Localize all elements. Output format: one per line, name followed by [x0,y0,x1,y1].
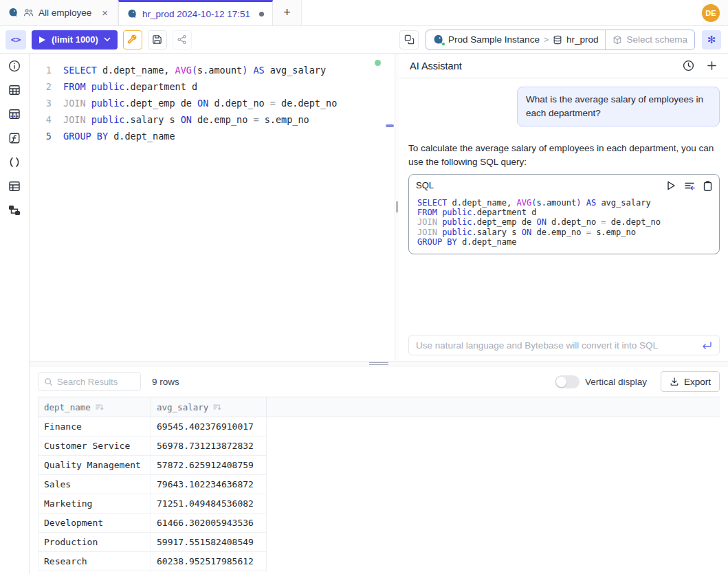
table-cell[interactable]: 69545.402376910017 [151,417,267,437]
connection-instance-database[interactable]: Prod Sample Instance > hr_prod [426,30,605,49]
table-cell[interactable]: Research [38,552,151,571]
format-sql-button[interactable] [123,30,142,49]
database-icon [553,35,562,45]
table-cell[interactable]: Finance [38,417,151,437]
editor-scrollbar-thumb[interactable] [386,124,394,127]
ai-prompt-inputrow [408,335,720,355]
download-icon [670,377,679,386]
vertical-display-label: Vertical display [585,377,647,387]
line-number: 3 [30,95,52,111]
breadcrumb-separator: > [544,35,549,45]
table-cell[interactable]: Quality Management [38,456,151,475]
table-cell[interactable]: 60238.952517985612 [151,552,267,571]
table-cell[interactable]: 79643.102234636872 [151,475,267,494]
tab-all-employee[interactable]: All employee × [0,0,118,25]
schema-table-icon[interactable] [5,179,23,194]
table-row[interactable]: Marketing71251.049484536082 [38,494,720,514]
table-row[interactable]: Production59917.551582408549 [38,533,720,552]
run-query-button[interactable]: (limit 1000) [32,30,118,49]
line-number: 4 [30,111,52,128]
tab-label: All employee [38,8,91,18]
code-line: 2FROM public.department d [30,78,395,95]
table-cell[interactable]: Production [38,533,151,552]
export-button[interactable]: Export [661,371,720,392]
table-row[interactable]: Development61466.302005943536 [38,514,720,533]
table-row[interactable]: Sales79643.102234636872 [38,475,720,494]
save-sheet-button[interactable] [148,30,167,49]
parentheses-icon[interactable] [5,155,23,170]
postgres-icon [127,9,137,19]
info-icon[interactable] [5,58,23,74]
sql-editor-app: All employee × hr_prod 2024-10-12 17:51 … [0,0,728,574]
insert-into-editor-icon[interactable] [684,181,695,190]
functions-icon[interactable] [5,131,23,146]
table-row[interactable]: Research60238.952517985612 [38,552,720,571]
sort-icon[interactable] [212,403,221,412]
database-name: hr_prod [566,34,599,45]
worksheet-tab-bar: All employee × hr_prod 2024-10-12 17:51 … [0,0,728,26]
close-icon[interactable]: × [100,7,109,19]
tab-hr-prod[interactable]: hr_prod 2024-10-12 17:51 [118,0,273,25]
column-header-filler [267,397,720,417]
line-number: 2 [30,78,52,95]
shared-sheet-icon [23,8,34,18]
new-chat-plus-icon[interactable] [707,60,717,71]
export-label: Export [684,377,711,387]
ai-prompt-input[interactable] [416,340,702,351]
table-row[interactable]: Quality Management57872.625912408759 [38,456,720,475]
schema-diagram-icon[interactable] [5,203,23,218]
horizontal-splitter[interactable] [30,361,728,366]
table-row[interactable]: Customer Service56978.731213872832 [38,437,720,456]
table-cell[interactable]: Customer Service [38,437,151,456]
schema-selector[interactable]: Select schema [605,30,694,49]
code-panel-toggle-button[interactable]: <> [5,30,26,49]
run-code-icon[interactable] [667,181,676,190]
copy-code-icon[interactable] [703,181,712,191]
sql-code-editor[interactable]: 1SELECT d.dept_name, AVG(s.amount) AS av… [30,54,395,361]
tab-label: hr_prod 2024-10-12 17:51 [142,9,250,19]
column-header-dept_name[interactable]: dept_name [38,397,151,417]
tables-icon[interactable] [5,82,23,98]
enter-return-icon[interactable] [702,341,712,350]
results-grid: dept_nameavg_salary Finance69545.4023769… [38,397,720,571]
vertical-display-toggle[interactable] [555,375,580,388]
table-cell[interactable]: 59917.551582408549 [151,533,267,552]
history-clock-icon[interactable] [683,60,694,71]
editor-lines: 1SELECT d.dept_name, AVG(s.amount) AS av… [30,62,395,144]
table-cell[interactable]: Marketing [38,494,151,514]
main-body: 1SELECT d.dept_name, AVG(s.amount) AS av… [0,54,728,574]
line-number: 1 [30,62,52,78]
table-cell[interactable]: 71251.049484536082 [151,494,267,514]
connection-healthy-dot [375,60,381,66]
table-row[interactable]: Finance69545.402376910017 [38,417,720,437]
code-line: JOIN public.salary s ON de.emp_no = s.em… [417,228,712,237]
postgres-icon [8,8,19,18]
open-ai-assistant-button[interactable]: ✻ [702,30,721,49]
user-avatar[interactable]: DE [702,4,720,22]
table-cell[interactable]: 57872.625912408759 [151,456,267,475]
search-results-input[interactable] [57,377,135,387]
chevron-down-icon [104,37,111,42]
table-cell[interactable]: Sales [38,475,151,494]
tab-bar-spacer [302,0,702,25]
table-data-icon[interactable] [5,107,23,122]
table-cell[interactable]: 61466.302005943536 [151,514,267,533]
code-line: JOIN public.dept_emp de ON d.dept_no = d… [417,217,712,227]
layout-panels-button[interactable] [399,30,419,49]
column-header-avg_salary[interactable]: avg_salary [151,397,267,417]
table-cell[interactable]: Development [38,514,151,533]
table-cell[interactable]: 56978.731213872832 [151,437,267,456]
ai-response-text: To calculate the average salary of emplo… [408,142,720,169]
code-line: 4JOIN public.salary s ON de.emp_no = s.e… [30,111,395,128]
wrench-icon [127,34,137,45]
ai-sql-code-card: SQL SELECT d.dept_name, AVG(s.amount) AS… [408,174,720,254]
sort-icon[interactable] [95,403,104,412]
editor-toolbar: <> (limit 1000) P [0,26,728,54]
share-sheet-button[interactable] [173,30,192,49]
panels-icon [404,34,415,45]
line-number: 5 [30,128,52,144]
run-query-label: (limit 1000) [52,34,98,45]
vertical-splitter[interactable] [395,54,399,361]
instance-name: Prod Sample Instance [448,34,540,45]
new-tab-button[interactable]: + [273,0,302,25]
